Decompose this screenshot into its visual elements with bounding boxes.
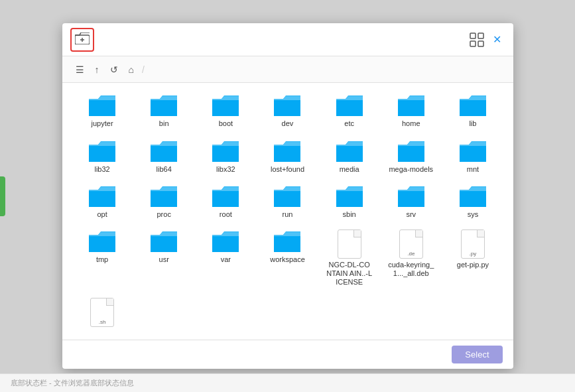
svg-rect-5 (470, 41, 476, 46)
file-item[interactable]: jupyter (73, 91, 132, 131)
folder-icon (335, 139, 364, 163)
file-item[interactable]: sbin (320, 182, 379, 222)
file-item[interactable]: media (320, 137, 379, 176)
up-button[interactable]: ↑ (92, 63, 102, 76)
file-label: usr (159, 255, 169, 264)
file-label: run (283, 210, 293, 219)
home-button[interactable]: ⌂ (126, 63, 137, 76)
close-button[interactable]: ✕ (489, 32, 505, 47)
file-item[interactable]: bin (135, 91, 194, 131)
file-ext-label: .de (407, 251, 415, 257)
file-label: proc (157, 210, 171, 219)
folder-icon (335, 184, 364, 208)
file-item[interactable]: opt (73, 182, 132, 222)
file-item[interactable]: boot (196, 91, 255, 131)
file-item[interactable]: .py get-pip.py (443, 227, 502, 290)
file-icon (338, 229, 361, 259)
file-grid: jupyter bin (73, 91, 503, 331)
file-item[interactable]: tmp (73, 227, 132, 290)
file-ext-label: .sh (99, 320, 106, 325)
path-separator: / (142, 64, 145, 75)
list-button[interactable]: ☰ (73, 63, 87, 76)
file-item[interactable]: NGC-DL-CONTAIN AIN..-LICENSE (320, 227, 379, 290)
svg-rect-3 (470, 33, 476, 38)
folder-icon (211, 184, 240, 208)
file-item[interactable]: dev (258, 91, 317, 131)
titlebar-right: ✕ (468, 31, 505, 49)
grid-view-icon (470, 33, 484, 47)
dialog-titlebar: ✕ (62, 23, 513, 56)
file-item[interactable]: workspace (258, 227, 317, 290)
file-icon: .de (399, 229, 423, 259)
file-item[interactable]: lib64 (135, 137, 194, 176)
file-content-area: jupyter bin (62, 83, 513, 339)
file-item[interactable]: sys (443, 182, 502, 222)
folder-icon (335, 94, 364, 117)
file-label: etc (344, 119, 354, 128)
file-item[interactable]: var (196, 227, 255, 290)
folder-icon (397, 139, 426, 163)
folder-icon (273, 94, 302, 117)
file-ext-label: .py (470, 251, 477, 257)
file-label: tmp (96, 255, 108, 264)
file-item[interactable]: libx32 (196, 137, 255, 176)
file-item[interactable]: usr (135, 227, 194, 290)
folder-icon (211, 94, 240, 117)
refresh-button[interactable]: ↺ (107, 63, 121, 76)
file-label: opt (97, 210, 107, 219)
folder-icon (211, 139, 240, 163)
folder-icon (149, 184, 178, 208)
file-label: media (340, 165, 359, 174)
file-item[interactable]: mnt (443, 137, 502, 176)
file-label: lib (469, 119, 476, 128)
bottom-bar: 底部状态栏 - 文件浏览器底部状态信息 (0, 373, 575, 392)
file-item[interactable]: lib (443, 91, 502, 131)
file-icon: .py (461, 229, 485, 259)
file-item[interactable]: root (196, 182, 255, 222)
file-label: NGC-DL-CONTAIN AIN..-LICENSE (326, 261, 373, 287)
file-label: get-pip.py (457, 261, 489, 269)
file-label: workspace (270, 255, 305, 264)
page-background: ✕ ☰ ↑ ↺ ⌂ / jupyter (0, 0, 575, 392)
file-label: var (221, 255, 231, 264)
file-item[interactable]: lib32 (73, 137, 132, 176)
folder-icon (273, 139, 302, 163)
file-label: lost+found (271, 165, 304, 174)
file-browser-dialog: ✕ ☰ ↑ ↺ ⌂ / jupyter (62, 23, 513, 368)
folder-icon (88, 229, 117, 253)
file-label: bin (159, 119, 169, 128)
folder-icon (458, 139, 487, 163)
file-item[interactable]: srv (381, 182, 440, 222)
file-item[interactable]: mega-models (381, 137, 440, 176)
file-label: sys (468, 210, 479, 219)
file-label: sbin (343, 210, 356, 219)
select-button[interactable]: Select (452, 346, 502, 363)
titlebar-left (70, 28, 94, 52)
file-item[interactable]: proc (135, 182, 194, 222)
folder-icon (211, 229, 240, 253)
file-item[interactable]: .de cuda-keyring_1..._all.deb (381, 227, 440, 290)
file-label: mega-models (389, 165, 433, 174)
folder-icon (88, 184, 117, 208)
folder-icon (458, 94, 487, 117)
svg-rect-6 (478, 41, 483, 46)
file-item[interactable]: run (258, 182, 317, 222)
file-label: lib64 (157, 165, 172, 174)
file-label: mnt (467, 165, 479, 174)
file-item[interactable]: home (381, 91, 440, 131)
bottom-bar-text: 底部状态栏 - 文件浏览器底部状态信息 (11, 378, 134, 388)
file-item[interactable]: etc (320, 91, 379, 131)
file-item[interactable]: lost+found (258, 137, 317, 176)
folder-icon (273, 229, 302, 253)
file-label: jupyter (92, 119, 113, 128)
new-folder-button[interactable] (70, 28, 94, 52)
folder-icon (397, 94, 426, 117)
folder-icon (149, 139, 178, 163)
file-label: root (220, 210, 232, 219)
folder-icon (88, 94, 117, 117)
file-label: libx32 (216, 165, 235, 174)
file-label: lib32 (94, 165, 109, 174)
file-label: home (402, 119, 420, 128)
file-item[interactable]: .sh (73, 295, 132, 332)
grid-view-button[interactable] (468, 31, 486, 49)
